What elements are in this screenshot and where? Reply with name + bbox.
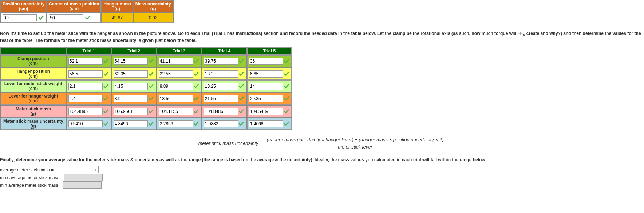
trial-cell xyxy=(202,80,246,92)
trial-cell xyxy=(157,93,201,104)
trial-input-r3-c1[interactable] xyxy=(114,95,148,102)
check-icon xyxy=(194,71,199,76)
trial-cell xyxy=(67,106,111,117)
check-icon xyxy=(85,15,90,20)
check-icon xyxy=(284,96,289,101)
trial-cell xyxy=(247,68,292,80)
check-icon xyxy=(239,121,244,126)
trial-input-r1-c2[interactable] xyxy=(159,70,193,78)
trial-input-r0-c0[interactable] xyxy=(68,58,103,65)
trial-input-r2-c3[interactable] xyxy=(204,83,238,90)
header-pos-unc: Position uncertainty(cm) xyxy=(1,1,46,12)
row-label: Clamp position(cm) xyxy=(1,55,66,67)
trial-input-r5-c0[interactable] xyxy=(68,120,103,127)
trial-cell xyxy=(202,93,246,104)
trial-input-r0-c4[interactable] xyxy=(249,58,283,65)
max-label: max average meter stick mass = xyxy=(0,175,64,180)
input-max-mass[interactable] xyxy=(64,174,103,181)
input-avg-unc[interactable] xyxy=(98,166,137,173)
check-icon xyxy=(103,109,108,114)
check-icon xyxy=(284,121,289,126)
trial-cell xyxy=(67,93,111,104)
cell-com-pos xyxy=(47,13,101,23)
trial-input-r2-c0[interactable] xyxy=(68,83,103,90)
trial-header-1: Trial 1 xyxy=(67,47,111,55)
trial-input-r0-c2[interactable] xyxy=(159,58,193,65)
trial-input-r3-c3[interactable] xyxy=(204,95,238,102)
trial-header-3: Trial 3 xyxy=(157,47,201,55)
pm-symbol: ± xyxy=(95,167,98,173)
trial-cell xyxy=(112,68,156,80)
formula-lhs: meter stick mass uncertainty = xyxy=(198,141,262,146)
trial-input-r1-c4[interactable] xyxy=(249,70,283,78)
check-icon xyxy=(284,109,289,114)
trial-cell xyxy=(157,106,201,117)
check-icon xyxy=(103,71,108,76)
trial-cell xyxy=(202,118,246,130)
check-icon xyxy=(194,84,199,89)
check-icon xyxy=(284,59,289,64)
measurements-table: Position uncertainty(cm) Center-of-mass … xyxy=(0,0,174,23)
trial-input-r1-c0[interactable] xyxy=(68,70,103,78)
check-icon xyxy=(103,59,108,64)
trial-header-5: Trial 5 xyxy=(247,47,292,55)
trial-input-r5-c3[interactable] xyxy=(204,120,238,127)
header-mass-unc: Mass uncertainty(g) xyxy=(134,1,173,12)
check-icon xyxy=(149,84,154,89)
cell-pos-unc xyxy=(1,13,46,23)
trial-input-r2-c2[interactable] xyxy=(159,83,193,90)
trial-cell xyxy=(112,93,156,104)
row-label: Hanger position(cm) xyxy=(1,68,66,80)
input-min-mass[interactable] xyxy=(63,181,102,189)
trial-input-r5-c4[interactable] xyxy=(249,120,283,127)
fn-symbol: FN xyxy=(520,31,525,36)
check-icon xyxy=(103,84,108,89)
trial-cell xyxy=(202,68,246,80)
trial-cell xyxy=(202,106,246,117)
trial-input-r4-c4[interactable] xyxy=(249,108,283,115)
instructions-final: Finally, determine your average value fo… xyxy=(0,157,644,163)
trial-input-r4-c0[interactable] xyxy=(68,108,103,115)
trial-input-r1-c3[interactable] xyxy=(204,70,238,78)
trials-header-blank xyxy=(1,47,66,55)
check-icon xyxy=(149,71,154,76)
trial-input-r4-c2[interactable] xyxy=(159,108,193,115)
trial-cell xyxy=(112,118,156,130)
trial-input-r3-c0[interactable] xyxy=(68,95,103,102)
trial-cell xyxy=(67,80,111,92)
trial-cell xyxy=(247,80,292,92)
check-icon xyxy=(149,121,154,126)
check-icon xyxy=(194,121,199,126)
check-icon xyxy=(103,121,108,126)
check-icon xyxy=(239,109,244,114)
trial-input-r5-c2[interactable] xyxy=(159,120,193,127)
row-label: Meter stick mass uncertainty(g) xyxy=(1,118,66,130)
trial-input-r3-c4[interactable] xyxy=(249,95,283,102)
check-icon xyxy=(194,109,199,114)
formula-fraction: (hanger mass uncertainty × hanger lever)… xyxy=(265,137,446,150)
trial-input-r4-c3[interactable] xyxy=(204,108,238,115)
trial-input-r3-c2[interactable] xyxy=(159,95,193,102)
input-pos-unc[interactable] xyxy=(3,14,37,21)
cell-mass-unc: 0.02 xyxy=(134,13,173,23)
formula-numerator: (hanger mass uncertainty × hanger lever)… xyxy=(265,137,446,143)
trial-cell xyxy=(247,55,292,67)
final-results: average meter stick mass = ± max average… xyxy=(0,166,644,189)
trial-input-r2-c1[interactable] xyxy=(114,83,148,90)
trial-cell xyxy=(112,55,156,67)
trial-input-r5-c1[interactable] xyxy=(114,120,148,127)
input-avg-mass[interactable] xyxy=(55,166,93,173)
trial-input-r0-c3[interactable] xyxy=(204,58,238,65)
trial-cell xyxy=(112,106,156,117)
trial-cell xyxy=(157,80,201,92)
row-label: Lever for meter stick weight(cm) xyxy=(1,80,66,92)
trial-header-2: Trial 2 xyxy=(112,47,156,55)
avg-label: average meter stick mass = xyxy=(0,167,55,173)
trial-cell xyxy=(67,118,111,130)
trial-input-r4-c1[interactable] xyxy=(114,108,148,115)
trial-input-r1-c1[interactable] xyxy=(114,70,148,78)
input-com-pos[interactable] xyxy=(49,14,83,21)
trial-input-r0-c1[interactable] xyxy=(114,58,148,65)
check-icon xyxy=(149,96,154,101)
trial-input-r2-c4[interactable] xyxy=(249,83,283,90)
